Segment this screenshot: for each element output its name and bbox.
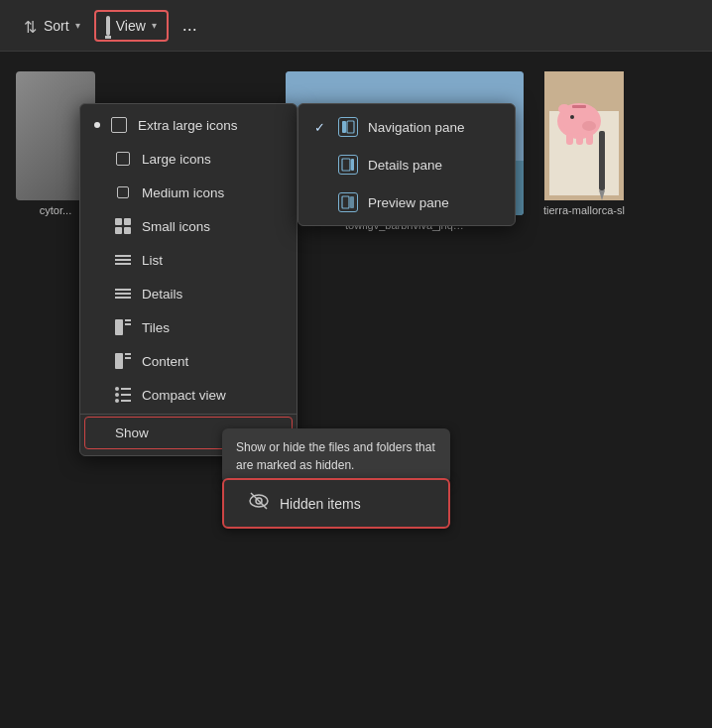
check-icon: ✓ — [314, 120, 328, 135]
menu-label-extra-large: Extra large icons — [138, 118, 281, 133]
svg-rect-45 — [350, 196, 354, 208]
view-button[interactable]: View ▾ — [94, 10, 169, 42]
menu-label-small: Small icons — [142, 219, 281, 234]
sort-label: Sort — [44, 18, 69, 34]
hidden-items-button[interactable]: Hidden items — [222, 478, 450, 529]
svg-rect-39 — [586, 133, 593, 145]
menu-label-compact: Compact view — [142, 388, 281, 403]
menu-item-large-icons[interactable]: Large icons — [80, 142, 297, 176]
menu-label-content: Content — [142, 354, 281, 369]
tooltip-text: Show or hide the files and folders that … — [236, 440, 435, 472]
svg-rect-36 — [572, 105, 586, 108]
menu-item-small-icons[interactable]: Small icons — [80, 209, 297, 243]
sort-icon: ⇅ — [22, 18, 38, 34]
submenu-details-pane[interactable]: Details pane — [298, 146, 515, 183]
tiles-icon — [114, 318, 132, 336]
piggy-svg — [544, 71, 624, 200]
menu-label-tiles: Tiles — [142, 320, 281, 335]
menu-label-details: Details — [142, 287, 281, 302]
view-chevron-icon: ▾ — [152, 20, 157, 31]
menu-divider — [80, 414, 297, 415]
menu-item-medium-icons[interactable]: Medium icons — [80, 176, 297, 209]
svg-rect-41 — [347, 121, 354, 133]
photo-right — [544, 71, 624, 200]
view-dropdown-menu: Extra large icons Large icons Medium ico… — [79, 103, 297, 456]
svg-rect-37 — [566, 133, 573, 145]
preview-pane-icon — [338, 192, 358, 212]
view-monitor-icon — [106, 18, 110, 34]
extra-large-icon — [110, 116, 128, 134]
view-label: View — [116, 18, 146, 34]
small-icons-icon — [114, 217, 132, 235]
submenu-navigation-pane[interactable]: ✓ Navigation pane — [298, 108, 515, 146]
details-pane-icon — [338, 155, 358, 175]
menu-item-list[interactable]: List — [80, 243, 297, 277]
submenu-preview-pane[interactable]: Preview pane — [298, 183, 515, 221]
submenu-label-navigation-pane: Navigation pane — [368, 120, 499, 135]
sort-button[interactable]: ⇅ Sort ▾ — [12, 12, 90, 40]
more-button[interactable]: ... — [173, 9, 207, 42]
main-area: cytor... — [0, 52, 712, 728]
svg-point-35 — [570, 115, 574, 119]
svg-rect-40 — [342, 121, 346, 133]
svg-rect-43 — [351, 159, 354, 171]
list-icon — [114, 251, 132, 269]
medium-icon — [114, 183, 132, 201]
menu-label-medium: Medium icons — [142, 185, 281, 200]
show-submenu: ✓ Navigation pane Details pane Preview p… — [297, 103, 516, 226]
menu-label-list: List — [142, 253, 281, 268]
menu-item-tiles[interactable]: Tiles — [80, 310, 297, 344]
svg-rect-29 — [599, 131, 605, 190]
hidden-items-label: Hidden items — [280, 496, 361, 512]
menu-item-extra-large-icons[interactable]: Extra large icons — [80, 108, 297, 142]
toolbar: ⇅ Sort ▾ View ▾ ... — [0, 0, 712, 52]
svg-rect-44 — [342, 196, 349, 208]
compact-view-icon — [114, 386, 132, 404]
hidden-items-tooltip: Show or hide the files and folders that … — [222, 428, 450, 484]
large-icon — [114, 150, 132, 168]
svg-rect-38 — [576, 133, 583, 145]
thumb-label-right: tierra-mallorca-sl — [543, 204, 625, 216]
submenu-label-preview-pane: Preview pane — [368, 195, 499, 210]
menu-item-compact-view[interactable]: Compact view — [80, 378, 297, 412]
thumb-label-left: cytor... — [40, 204, 71, 216]
menu-item-details[interactable]: Details — [80, 277, 297, 310]
menu-label-large: Large icons — [142, 152, 281, 167]
menu-item-content[interactable]: Content — [80, 344, 297, 378]
navigation-pane-icon — [338, 117, 358, 137]
hidden-items-icon — [248, 490, 270, 517]
content-icon — [114, 352, 132, 370]
svg-rect-42 — [342, 159, 350, 171]
svg-point-33 — [558, 104, 570, 114]
details-icon — [114, 285, 132, 303]
thumb-item-right: tierra-mallorca-sl — [543, 71, 625, 231]
sort-chevron-icon: ▾ — [75, 20, 80, 31]
svg-point-34 — [582, 121, 596, 131]
active-dot-icon — [94, 122, 100, 128]
submenu-label-details-pane: Details pane — [368, 158, 499, 173]
